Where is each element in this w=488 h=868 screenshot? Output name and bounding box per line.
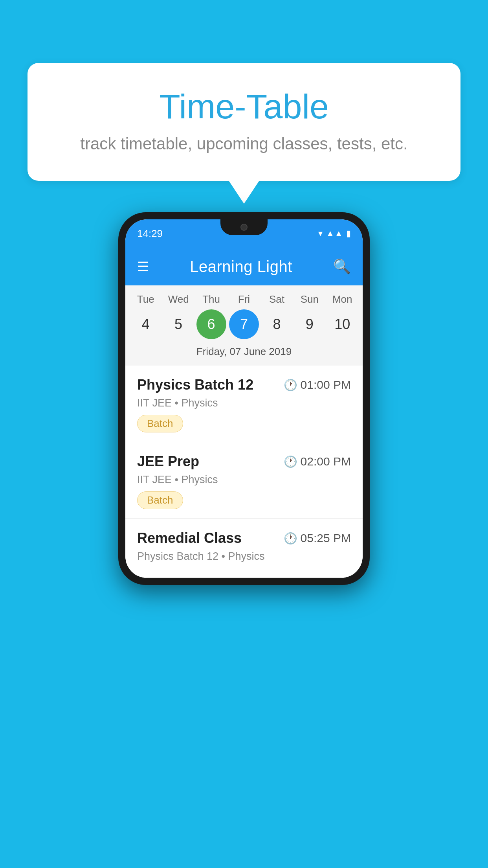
day-9[interactable]: 9: [295, 309, 325, 339]
day-header-sat: Sat: [262, 293, 292, 305]
schedule-item-1-header: Physics Batch 12 🕐 01:00 PM: [137, 377, 351, 393]
speech-bubble-card: Time-Table track timetable, upcoming cla…: [28, 63, 460, 181]
calendar-strip: Tue Wed Thu Fri Sat Sun Mon 4 5 6 7 8: [125, 285, 363, 366]
phone-screen: 14:29 ▾ ▲▲ ▮ ☰ Learning Light 🔍: [125, 219, 363, 578]
date-label: Friday, 07 June 2019: [129, 346, 359, 362]
notch: [220, 219, 268, 235]
schedule-item-3-title: Remedial Class: [137, 530, 242, 546]
wifi-icon: ▾: [318, 228, 323, 239]
speech-bubble-tail: [228, 180, 260, 204]
day-header-tue: Tue: [131, 293, 161, 305]
schedule-item-3-header: Remedial Class 🕐 05:25 PM: [137, 530, 351, 546]
clock-icon-1: 🕐: [284, 379, 297, 392]
battery-icon: ▮: [346, 228, 351, 239]
signal-icon: ▲▲: [326, 228, 343, 239]
schedule-item-2-subtitle: IIT JEE • Physics: [137, 474, 351, 486]
status-time: 14:29: [137, 228, 163, 240]
speech-bubble-title: Time-Table: [59, 86, 429, 127]
menu-icon[interactable]: ☰: [137, 260, 149, 273]
day-header-thu: Thu: [196, 293, 226, 305]
clock-icon-3: 🕐: [284, 532, 297, 545]
phone-mockup: 14:29 ▾ ▲▲ ▮ ☰ Learning Light 🔍: [118, 212, 370, 585]
day-header-sun: Sun: [295, 293, 325, 305]
day-4[interactable]: 4: [131, 309, 161, 339]
schedule-item-1-title: Physics Batch 12: [137, 377, 253, 393]
schedule-item-3[interactable]: Remedial Class 🕐 05:25 PM Physics Batch …: [125, 519, 363, 578]
day-7-selected[interactable]: 7: [229, 309, 259, 339]
schedule-item-3-time-text: 05:25 PM: [301, 531, 351, 545]
day-6-today[interactable]: 6: [196, 309, 226, 339]
batch-tag-2: Batch: [137, 491, 183, 509]
day-header-fri: Fri: [229, 293, 259, 305]
schedule-item-1-subtitle: IIT JEE • Physics: [137, 397, 351, 409]
schedule-item-1-time-text: 01:00 PM: [301, 378, 351, 392]
day-8[interactable]: 8: [262, 309, 292, 339]
speech-bubble-subtitle: track timetable, upcoming classes, tests…: [59, 134, 429, 153]
schedule-item-2-header: JEE Prep 🕐 02:00 PM: [137, 453, 351, 470]
day-header-wed: Wed: [163, 293, 193, 305]
app-bar: ☰ Learning Light 🔍: [125, 248, 363, 285]
day-numbers: 4 5 6 7 8 9 10: [129, 309, 359, 339]
status-bar: 14:29 ▾ ▲▲ ▮: [125, 219, 363, 248]
schedule-item-2-time: 🕐 02:00 PM: [284, 455, 351, 468]
status-icons: ▾ ▲▲ ▮: [318, 228, 351, 239]
schedule-item-1[interactable]: Physics Batch 12 🕐 01:00 PM IIT JEE • Ph…: [125, 366, 363, 442]
batch-tag-1: Batch: [137, 415, 183, 432]
speech-bubble-section: Time-Table track timetable, upcoming cla…: [28, 63, 460, 204]
clock-icon-2: 🕐: [284, 455, 297, 468]
day-10[interactable]: 10: [327, 309, 357, 339]
schedule-item-2-title: JEE Prep: [137, 453, 199, 470]
search-icon[interactable]: 🔍: [333, 258, 351, 275]
day-5[interactable]: 5: [163, 309, 193, 339]
camera: [240, 224, 248, 231]
schedule-item-2-time-text: 02:00 PM: [301, 455, 351, 468]
schedule-item-3-subtitle: Physics Batch 12 • Physics: [137, 550, 351, 563]
day-headers: Tue Wed Thu Fri Sat Sun Mon: [129, 293, 359, 305]
app-title: Learning Light: [190, 258, 292, 276]
schedule-item-3-time: 🕐 05:25 PM: [284, 531, 351, 545]
schedule-item-1-time: 🕐 01:00 PM: [284, 378, 351, 392]
day-header-mon: Mon: [327, 293, 357, 305]
schedule-item-2[interactable]: JEE Prep 🕐 02:00 PM IIT JEE • Physics Ba…: [125, 442, 363, 519]
schedule-list: Physics Batch 12 🕐 01:00 PM IIT JEE • Ph…: [125, 366, 363, 578]
